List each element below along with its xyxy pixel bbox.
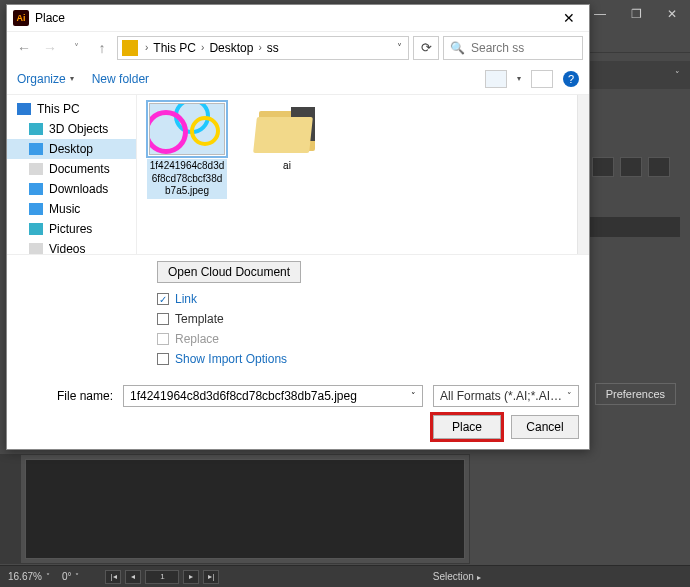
dialog-buttons: Place Cancel: [7, 407, 589, 449]
pc-icon: [122, 40, 138, 56]
nav-row: ← → ˅ ↑ › This PC › Desktop › ss ˅ ⟳ 🔍 S…: [7, 31, 589, 63]
tree-desktop[interactable]: Desktop: [7, 139, 136, 159]
checkbox-icon[interactable]: [157, 293, 169, 305]
nav-up[interactable]: ↑: [91, 37, 113, 59]
app-close-button[interactable]: ✕: [654, 0, 690, 28]
file-item-folder[interactable]: ai: [247, 103, 327, 174]
selection-indicator[interactable]: Selection ▸: [433, 571, 481, 582]
document-canvas[interactable]: [20, 454, 470, 564]
tree-videos[interactable]: Videos: [7, 239, 136, 254]
checkbox-icon: [157, 333, 169, 345]
zoom-level[interactable]: 16.67%˅: [8, 571, 50, 582]
music-icon: [29, 203, 43, 215]
chevron-down-icon: ˅: [75, 572, 79, 581]
grid-icon[interactable]: [592, 157, 614, 177]
file-name-label: 1f4241964c8d3d6f8cd78cbcf38db7a5.jpeg: [147, 159, 227, 199]
tree-music[interactable]: Music: [7, 199, 136, 219]
folder-icon: [255, 103, 319, 155]
crumb-thispc[interactable]: This PC: [153, 41, 196, 55]
file-item-selected[interactable]: 1f4241964c8d3d6f8cd78cbcf38db7a5.jpeg: [147, 103, 227, 199]
download-icon: [29, 183, 43, 195]
file-name-label: ai: [281, 159, 293, 174]
tree-downloads[interactable]: Downloads: [7, 179, 136, 199]
preview-pane-button[interactable]: [531, 70, 553, 88]
chevron-right-icon: ›: [198, 42, 207, 53]
app-icon: Ai: [13, 10, 29, 26]
preferences-button[interactable]: Preferences: [595, 383, 676, 405]
checkbox-icon[interactable]: [157, 313, 169, 325]
pictures-icon: [29, 223, 43, 235]
replace-checkbox-row: Replace: [157, 329, 579, 349]
close-button[interactable]: ✕: [555, 7, 583, 29]
pc-icon: [17, 103, 31, 115]
cancel-button[interactable]: Cancel: [511, 415, 579, 439]
pager-last[interactable]: ▸|: [203, 570, 219, 584]
toolbar: Organize▾ New folder ▾ ?: [7, 63, 589, 95]
pager-next[interactable]: ▸: [183, 570, 199, 584]
filename-row: File name: 1f4241964c8d3d6f8cd78cbcf38db…: [7, 379, 589, 407]
videos-icon: [29, 243, 43, 254]
filename-label: File name:: [47, 389, 113, 403]
nav-forward: →: [39, 37, 61, 59]
nav-recent[interactable]: ˅: [65, 37, 87, 59]
dialog-title: Place: [35, 11, 555, 25]
status-bar: 16.67%˅ 0°˅ |◂ ◂ 1 ▸ ▸| Selection ▸: [0, 565, 690, 587]
place-dialog: Ai Place ✕ ← → ˅ ↑ › This PC › Desktop ›…: [6, 4, 590, 450]
new-folder-button[interactable]: New folder: [92, 72, 149, 86]
folder-icon: [29, 163, 43, 175]
nav-tree[interactable]: This PC 3D Objects Desktop Documents Dow…: [7, 95, 137, 254]
organize-menu[interactable]: Organize▾: [17, 72, 74, 86]
chevron-down-icon[interactable]: ˅: [397, 42, 402, 53]
grid-icon[interactable]: [648, 157, 670, 177]
refresh-button[interactable]: ⟳: [413, 36, 439, 60]
chevron-down-icon: ˅: [46, 572, 50, 581]
view-mode-button[interactable]: [485, 70, 507, 88]
template-checkbox-row[interactable]: Template: [157, 309, 579, 329]
filename-input[interactable]: 1f4241964c8d3d6f8cd78cbcf38db7a5.jpeg ˅: [123, 385, 423, 407]
pager-current[interactable]: 1: [145, 570, 179, 584]
tree-pictures[interactable]: Pictures: [7, 219, 136, 239]
link-checkbox-row[interactable]: Link: [157, 289, 579, 309]
artboard: [25, 459, 465, 559]
search-icon: 🔍: [450, 41, 465, 55]
help-button[interactable]: ?: [563, 71, 579, 87]
folder-icon: [29, 123, 43, 135]
breadcrumb[interactable]: › This PC › Desktop › ss ˅: [117, 36, 409, 60]
app-window-controls: — ❐ ✕: [582, 0, 690, 28]
tree-documents[interactable]: Documents: [7, 159, 136, 179]
file-thumbnail: [149, 103, 225, 155]
checkbox-icon[interactable]: [157, 353, 169, 365]
nav-back[interactable]: ←: [13, 37, 35, 59]
artboard-pager: |◂ ◂ 1 ▸ ▸|: [105, 570, 219, 584]
crumb-desktop[interactable]: Desktop: [209, 41, 253, 55]
open-cloud-button[interactable]: Open Cloud Document: [157, 261, 301, 283]
search-input[interactable]: 🔍 Search ss: [443, 36, 583, 60]
tree-3dobjects[interactable]: 3D Objects: [7, 119, 136, 139]
ruler-vertical: [0, 454, 20, 564]
pager-first[interactable]: |◂: [105, 570, 121, 584]
show-import-checkbox-row[interactable]: Show Import Options: [157, 349, 579, 369]
desktop-icon: [29, 143, 43, 155]
place-button[interactable]: Place: [433, 415, 501, 439]
file-scrollbar[interactable]: [577, 95, 589, 254]
chevron-down-icon[interactable]: ˅: [567, 391, 572, 401]
chevron-down-icon[interactable]: ˅: [411, 391, 416, 401]
crumb-ss[interactable]: ss: [267, 41, 279, 55]
search-placeholder: Search ss: [471, 41, 524, 55]
file-list[interactable]: 1f4241964c8d3d6f8cd78cbcf38db7a5.jpeg ai: [137, 95, 577, 254]
file-type-filter[interactable]: All Formats (*.AI;*.AIT;*.PDF;*.D ˅: [433, 385, 579, 407]
chevron-right-icon: ›: [142, 42, 151, 53]
app-max-button[interactable]: ❐: [618, 0, 654, 28]
grid-icon[interactable]: [620, 157, 642, 177]
dialog-title-bar: Ai Place ✕: [7, 5, 589, 31]
options-area: Open Cloud Document Link Template Replac…: [7, 254, 589, 379]
tree-thispc[interactable]: This PC: [7, 99, 136, 119]
pager-prev[interactable]: ◂: [125, 570, 141, 584]
chevron-right-icon: ›: [255, 42, 264, 53]
rotation[interactable]: 0°˅: [62, 571, 80, 582]
